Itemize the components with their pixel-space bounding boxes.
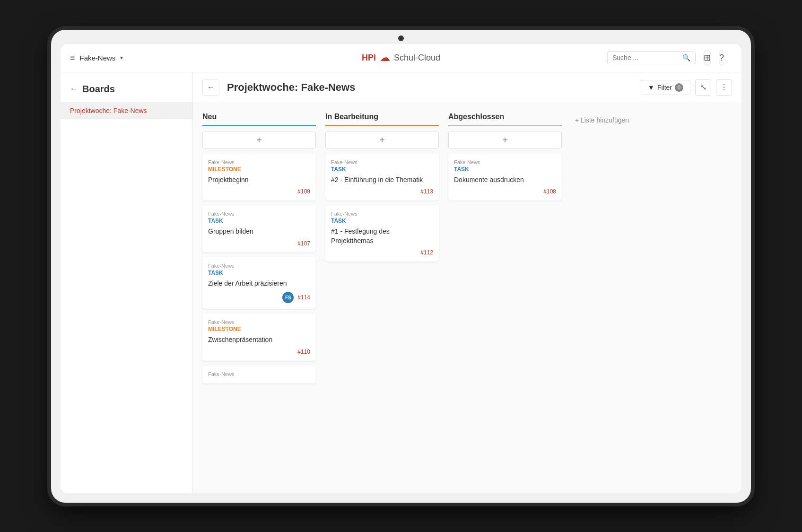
- brand-hpi-text: HPI: [362, 53, 376, 63]
- add-card-abgeschlossen-button[interactable]: +: [448, 131, 562, 149]
- header-actions: ▼ Filter 0 ⤡ ⋮: [641, 79, 732, 96]
- card-title: #2 - Einführung in die Thematik: [331, 175, 433, 185]
- card-title: Gruppen bilden: [208, 227, 310, 236]
- column-header-in-bearbeitung: In Bearbeitung: [325, 113, 439, 126]
- card-project: Fake-News: [331, 159, 433, 165]
- card-type: TASK: [331, 218, 433, 224]
- content-header: ← Projektwoche: Fake-News ▼ Filter 0 ⤡ ⋮: [193, 72, 741, 103]
- card-107[interactable]: Fake-News TASK Gruppen bilden #107: [202, 205, 316, 253]
- page-title: Projektwoche: Fake-News: [227, 81, 633, 94]
- card-title: Zwischenpräsentation: [208, 335, 310, 345]
- filter-button[interactable]: ▼ Filter 0: [641, 80, 690, 95]
- column-header-abgeschlossen: Abgeschlossen: [448, 113, 562, 126]
- card-type: TASK: [208, 270, 310, 276]
- apps-button[interactable]: ⊞: [703, 50, 711, 66]
- fullscreen-button[interactable]: ⤡: [695, 79, 711, 96]
- content-area: ← Projektwoche: Fake-News ▼ Filter 0 ⤡ ⋮: [193, 72, 741, 493]
- hamburger-icon[interactable]: ≡: [70, 53, 75, 63]
- search-icon: 🔍: [682, 54, 690, 61]
- card-footer: #108: [454, 188, 556, 195]
- sidebar-back-button[interactable]: ← Boards: [61, 80, 192, 98]
- add-card-bearbeitung-button[interactable]: +: [325, 131, 439, 149]
- column-header-neu: Neu: [202, 113, 316, 126]
- tablet-screen: ≡ Fake-News ▾ HPI ☁ Schul-Cloud 🔍 ⊞ ?: [61, 44, 741, 493]
- card-footer: #113: [331, 188, 433, 195]
- nav-right: 🔍 ⊞ ? 👤: [614, 49, 732, 66]
- card-type: TASK: [208, 218, 310, 224]
- card-avatar: FS: [282, 292, 294, 303]
- card-project: Fake-News: [208, 319, 310, 325]
- card-project: Fake-News: [454, 159, 556, 165]
- nav-project-name: Fake-News: [80, 54, 116, 62]
- sidebar: ← Boards Projektwoche: Fake-News: [61, 72, 193, 493]
- tablet-frame: ≡ Fake-News ▾ HPI ☁ Schul-Cloud 🔍 ⊞ ?: [51, 30, 751, 503]
- sidebar-item-projektwoche[interactable]: Projektwoche: Fake-News: [61, 102, 192, 119]
- card-footer: FS #114: [208, 292, 310, 303]
- card-footer: #109: [208, 188, 310, 195]
- card-project: Fake-News: [208, 159, 310, 165]
- filter-badge: 0: [675, 83, 683, 92]
- card-114[interactable]: Fake-News TASK Ziele der Arbeit präzisie…: [202, 257, 316, 309]
- column-neu: Neu + Fake-News MILESTONE Projektbeginn …: [202, 113, 316, 384]
- card-id: #114: [297, 294, 310, 301]
- card-partial[interactable]: Fake-News: [202, 366, 316, 384]
- search-input[interactable]: [612, 54, 679, 61]
- card-footer: #110: [208, 349, 310, 355]
- main-layout: ← Boards Projektwoche: Fake-News ← Proje…: [61, 72, 741, 493]
- card-id: #112: [420, 249, 433, 256]
- card-109[interactable]: Fake-News MILESTONE Projektbeginn #109: [202, 154, 316, 201]
- card-id: #108: [543, 188, 556, 195]
- card-113[interactable]: Fake-News TASK #2 - Einführung in die Th…: [325, 154, 439, 201]
- more-options-button[interactable]: ⋮: [716, 79, 732, 96]
- card-type: TASK: [331, 166, 433, 173]
- card-108[interactable]: Fake-News TASK Dokumente ausdrucken #108: [448, 154, 562, 201]
- nav-dropdown-icon[interactable]: ▾: [120, 54, 123, 61]
- card-project: Fake-News: [208, 371, 310, 377]
- card-id: #109: [297, 188, 310, 195]
- card-id: #110: [297, 349, 310, 355]
- card-id: #107: [297, 240, 310, 247]
- content-back-button[interactable]: ←: [202, 79, 219, 96]
- nav-left: ≡ Fake-News ▾: [70, 53, 188, 63]
- card-project: Fake-News: [208, 263, 310, 269]
- card-id: #113: [420, 188, 433, 195]
- card-footer: #107: [208, 240, 310, 247]
- card-type: TASK: [454, 166, 556, 173]
- add-list-button[interactable]: + Liste hinzufügen: [571, 113, 633, 128]
- tablet-camera: [398, 35, 404, 41]
- top-nav: ≡ Fake-News ▾ HPI ☁ Schul-Cloud 🔍 ⊞ ?: [61, 44, 741, 72]
- board-area: Neu + Fake-News MILESTONE Projektbeginn …: [193, 103, 741, 493]
- filter-icon: ▼: [648, 84, 654, 91]
- card-110[interactable]: Fake-News MILESTONE Zwischenpräsentation…: [202, 314, 316, 361]
- search-box[interactable]: 🔍: [607, 51, 696, 64]
- nav-center: HPI ☁ Schul-Cloud: [188, 52, 614, 64]
- column-in-bearbeitung: In Bearbeitung + Fake-News TASK #2 - Ein…: [325, 113, 439, 262]
- card-title: Projektbeginn: [208, 175, 310, 185]
- help-button[interactable]: ?: [719, 50, 724, 66]
- add-card-neu-button[interactable]: +: [202, 131, 316, 149]
- card-type: MILESTONE: [208, 326, 310, 332]
- sidebar-title: Boards: [82, 84, 115, 95]
- card-title: #1 - Festlegung des Projektthemas: [331, 227, 433, 245]
- card-title: Dokumente ausdrucken: [454, 175, 556, 185]
- card-type: MILESTONE: [208, 166, 310, 173]
- card-project: Fake-News: [208, 211, 310, 217]
- card-112[interactable]: Fake-News TASK #1 - Festlegung des Proje…: [325, 205, 439, 262]
- card-project: Fake-News: [331, 211, 433, 217]
- card-title: Ziele der Arbeit präzisieren: [208, 279, 310, 288]
- cloud-icon: ☁: [380, 52, 390, 64]
- filter-label: Filter: [657, 84, 672, 91]
- brand-name-text: Schul-Cloud: [394, 53, 440, 63]
- card-footer: #112: [331, 249, 433, 256]
- column-abgeschlossen: Abgeschlossen + Fake-News TASK Dokumente…: [448, 113, 562, 201]
- sidebar-back-arrow-icon: ←: [70, 85, 78, 93]
- brand-logo: HPI ☁ Schul-Cloud: [362, 52, 440, 64]
